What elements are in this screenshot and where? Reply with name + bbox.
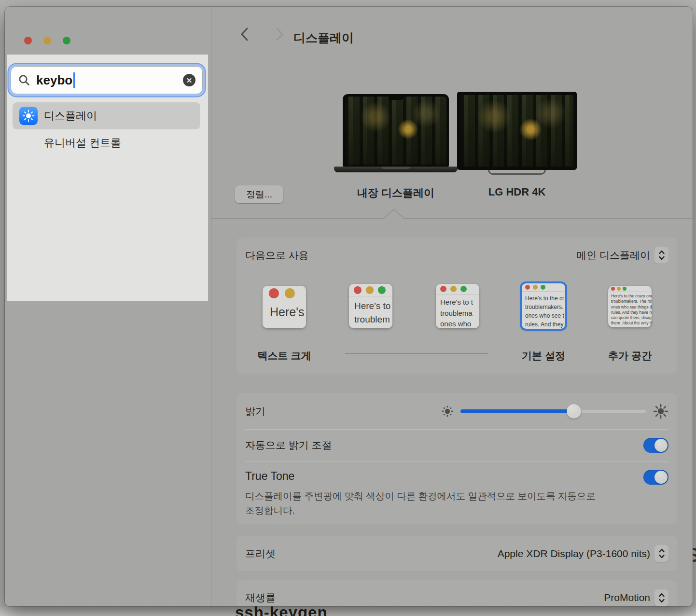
scaling-option-2[interactable]: Here's to troublem bbox=[349, 284, 392, 328]
scaling-label-default: 기본 설정 bbox=[507, 349, 580, 363]
scaling-option-default[interactable]: Here's to the cr troublemakers. ones who… bbox=[521, 283, 566, 329]
true-tone-block: True Tone 디스플레이를 주변광에 맞춰 색상이 다른 환경에서도 일관… bbox=[237, 461, 677, 518]
auto-brightness-toggle[interactable] bbox=[643, 438, 668, 453]
true-tone-label: True Tone bbox=[245, 470, 294, 483]
use-as-dropdown[interactable] bbox=[654, 247, 668, 264]
display-name-lg: LG HDR 4K bbox=[445, 186, 589, 198]
search-result-label: 디스플레이 bbox=[44, 109, 97, 123]
search-results-panel: keybo ✕ bbox=[7, 55, 208, 301]
preview-close-dot bbox=[269, 288, 279, 298]
search-result-universal-control[interactable]: 유니버설 컨트롤 bbox=[13, 129, 200, 156]
use-as-card: 다음으로 사용 메인 디스플레이 bbox=[237, 238, 677, 374]
stepper-chevrons-icon bbox=[658, 250, 666, 261]
display-brightness-icon bbox=[19, 107, 38, 125]
scaling-middle-line bbox=[345, 353, 488, 354]
search-input[interactable]: keybo ✕ bbox=[11, 66, 203, 94]
scaling-option-larger-text[interactable]: Here's bbox=[263, 286, 306, 328]
preset-value: Apple XDR Display (P3-1600 nits) bbox=[498, 548, 650, 560]
brightness-row: 밝기 bbox=[237, 393, 677, 429]
display-thumbnail-builtin[interactable] bbox=[343, 94, 449, 167]
arrange-button[interactable]: 정렬... bbox=[235, 185, 283, 203]
preset-dropdown[interactable] bbox=[654, 545, 668, 562]
preset-card: 프리셋 Apple XDR Display (P3-1600 nits) bbox=[237, 536, 677, 571]
preset-label: 프리셋 bbox=[245, 547, 276, 560]
search-result-label: 유니버설 컨트롤 bbox=[44, 136, 121, 150]
scaling-label-more-space: 추가 공간 bbox=[594, 349, 666, 363]
back-button[interactable] bbox=[238, 26, 251, 42]
refresh-rate-value: ProMotion bbox=[604, 592, 650, 603]
refresh-rate-row: 재생률 ProMotion bbox=[237, 580, 677, 606]
brightness-dim-icon bbox=[441, 405, 454, 418]
stepper-chevrons-icon bbox=[658, 592, 666, 603]
main-panel: 디스플레이 내장 디스플레이 LG HDR 4K 정렬... bbox=[211, 7, 693, 606]
use-as-row: 다음으로 사용 메인 디스플레이 bbox=[237, 238, 677, 273]
refresh-rate-dropdown[interactable] bbox=[654, 589, 668, 606]
desktop: ssh-keygen S keybo ✕ bbox=[0, 0, 696, 616]
search-query-text: keybo bbox=[36, 73, 72, 88]
clear-search-icon[interactable]: ✕ bbox=[183, 74, 195, 86]
use-as-value: 메인 디스플레이 bbox=[576, 249, 650, 262]
brightness-slider-fill bbox=[460, 409, 574, 413]
scaling-option-more-space[interactable]: Here's to the crazy one troublemakers. T… bbox=[608, 286, 652, 327]
stepper-chevrons-icon bbox=[658, 548, 666, 559]
true-tone-toggle[interactable] bbox=[643, 470, 668, 485]
display-thumbnail-lg-hdr-4k[interactable] bbox=[457, 92, 577, 170]
brightness-bright-icon bbox=[653, 404, 668, 419]
search-result-display[interactable]: 디스플레이 bbox=[13, 102, 200, 129]
forward-button[interactable] bbox=[273, 26, 286, 42]
auto-brightness-label: 자동으로 밝기 조절 bbox=[245, 438, 332, 452]
scaling-label-larger-text: 텍스트 크게 bbox=[248, 349, 320, 363]
scaling-options: Here's Here's to troublem bbox=[237, 273, 677, 374]
use-as-label: 다음으로 사용 bbox=[245, 249, 309, 262]
preview-min-dot bbox=[285, 288, 295, 298]
search-icon bbox=[18, 74, 30, 86]
preset-row: 프리셋 Apple XDR Display (P3-1600 nits) bbox=[237, 536, 677, 571]
refresh-rate-card: 재생률 ProMotion bbox=[237, 580, 677, 606]
display-options-card: 밝기 bbox=[237, 393, 677, 524]
sidebar: keybo ✕ bbox=[5, 7, 211, 606]
brightness-label: 밝기 bbox=[245, 405, 265, 418]
refresh-rate-label: 재생률 bbox=[245, 591, 276, 604]
scaling-option-3[interactable]: Here's to t troublema ones who bbox=[436, 284, 479, 328]
brightness-slider-knob[interactable] bbox=[567, 404, 581, 419]
auto-brightness-row: 자동으로 밝기 조절 bbox=[237, 429, 677, 461]
minimize-button[interactable] bbox=[43, 37, 51, 44]
background-terminal-strip bbox=[0, 606, 696, 616]
close-button[interactable] bbox=[24, 37, 32, 44]
zoom-button[interactable] bbox=[63, 37, 70, 44]
system-settings-window: keybo ✕ bbox=[5, 7, 693, 606]
page-title: 디스플레이 bbox=[293, 30, 354, 46]
brightness-slider[interactable] bbox=[460, 409, 646, 413]
true-tone-description: 디스플레이를 주변광에 맞춰 색상이 다른 환경에서도 일관적으로 보이도록 자… bbox=[245, 489, 605, 518]
text-cursor bbox=[73, 72, 75, 88]
selected-display-caret bbox=[211, 208, 693, 220]
